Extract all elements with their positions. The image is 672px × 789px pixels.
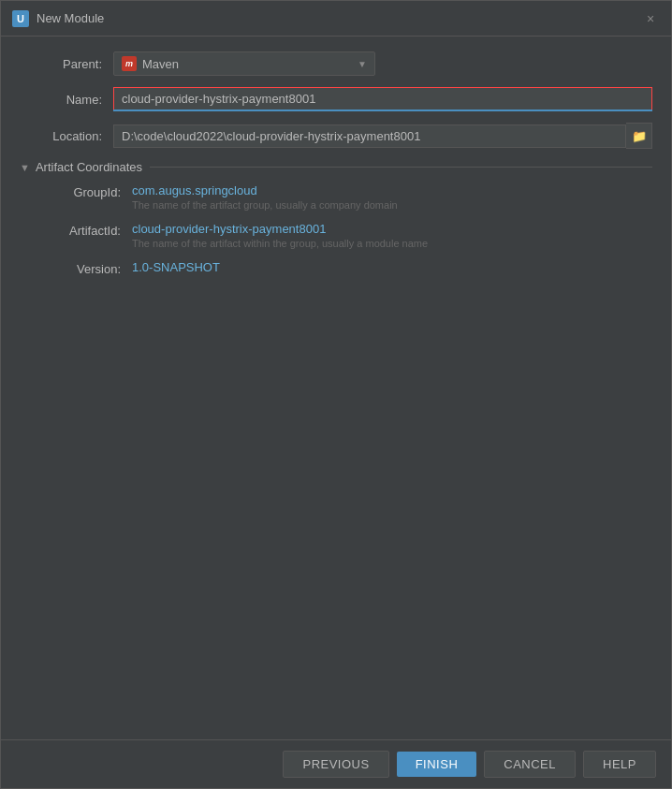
location-row: Location: 📁 — [20, 123, 652, 149]
groupid-value: com.augus.springcloud — [132, 183, 652, 197]
browse-folder-button[interactable]: 📁 — [626, 123, 652, 149]
parent-dropdown[interactable]: m Maven ▼ — [113, 51, 375, 76]
groupid-label: GroupId: — [48, 183, 132, 218]
groupid-hint: The name of the artifact group, usually … — [132, 199, 652, 211]
previous-button[interactable]: PREVIOUS — [283, 751, 388, 778]
name-field-wrapper — [113, 87, 652, 111]
location-input[interactable] — [113, 124, 626, 148]
help-button[interactable]: HELP — [583, 751, 656, 778]
section-divider — [150, 167, 652, 168]
artifactid-label: ArtifactId: — [48, 222, 132, 256]
name-label: Name: — [20, 93, 113, 107]
artifactid-hint: The name of the artifact within the grou… — [132, 238, 652, 249]
dialog-footer: PREVIOUS FINISH CANCEL HELP — [1, 739, 671, 788]
name-input[interactable] — [113, 87, 652, 111]
version-row: Version: 1.0-SNAPSHOT — [48, 260, 652, 276]
title-bar: U New Module × — [1, 1, 671, 37]
app-icon: U — [12, 10, 29, 27]
cancel-button[interactable]: CANCEL — [484, 751, 576, 778]
dialog: U New Module × Parent: m Maven ▼ Name: — [0, 0, 672, 789]
collapse-toggle[interactable]: ▼ — [20, 162, 30, 173]
folder-icon: 📁 — [632, 129, 647, 143]
artifactid-row: ArtifactId: cloud-provider-hystrix-payme… — [48, 222, 652, 256]
artifact-content: GroupId: com.augus.springcloud The name … — [20, 183, 652, 276]
parent-field: m Maven ▼ — [113, 51, 652, 76]
close-button[interactable]: × — [641, 9, 660, 28]
maven-icon: m — [122, 56, 137, 71]
groupid-value-container: com.augus.springcloud The name of the ar… — [132, 183, 652, 218]
dialog-content: Parent: m Maven ▼ Name: Location: 📁 — [1, 37, 671, 739]
version-value: 1.0-SNAPSHOT — [132, 260, 652, 274]
version-label: Version: — [48, 260, 132, 276]
finish-button[interactable]: FINISH — [397, 752, 477, 777]
artifact-section-header: ▼ Artifact Coordinates — [20, 160, 652, 174]
name-row: Name: — [20, 87, 652, 111]
parent-dropdown-value: Maven — [142, 57, 179, 71]
artifactid-value-container: cloud-provider-hystrix-payment8001 The n… — [132, 222, 652, 256]
parent-row: Parent: m Maven ▼ — [20, 51, 652, 76]
chevron-down-icon: ▼ — [358, 59, 367, 69]
dialog-title: New Module — [37, 11, 641, 25]
artifact-section-title: Artifact Coordinates — [36, 160, 142, 174]
location-label: Location: — [20, 129, 113, 143]
parent-label: Parent: — [20, 57, 113, 71]
artifactid-value: cloud-provider-hystrix-payment8001 — [132, 222, 652, 236]
version-value-container: 1.0-SNAPSHOT — [132, 260, 652, 276]
groupid-row: GroupId: com.augus.springcloud The name … — [48, 183, 652, 218]
